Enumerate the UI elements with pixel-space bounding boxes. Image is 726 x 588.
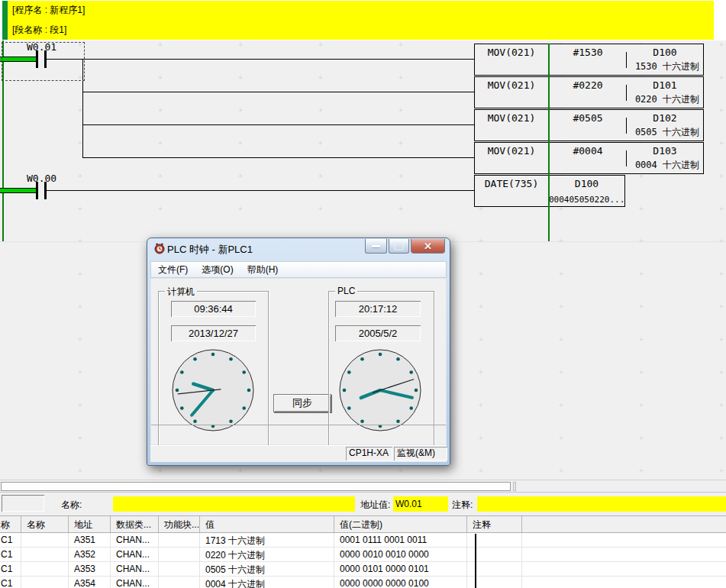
mov-instruction-block[interactable]: MOV(021)#1530D1001530 十六进制 — [474, 44, 704, 76]
plc-analog-clock — [337, 347, 423, 433]
plc-clock-dialog[interactable]: PLC 时钟 - 新PLC1 ✕ 文件(F) 选项(O) 帮助(H) 计算机 0… — [147, 237, 450, 466]
date-instruction-block[interactable]: DATE(735)D100000405050220... — [474, 175, 625, 207]
table-cell-name — [21, 533, 69, 548]
table-cell-datatype: CHAN... — [111, 577, 159, 588]
clock-app-icon — [153, 242, 166, 254]
grid-plus-mark: + — [639, 467, 644, 475]
table-cell-filler — [522, 548, 726, 562]
mov-instruction-block[interactable]: MOV(021)#0220D1010220 十六进制 — [474, 76, 704, 108]
grid-plus-mark: + — [479, 402, 483, 409]
name-field[interactable] — [113, 496, 355, 512]
close-button[interactable]: ✕ — [411, 239, 445, 254]
column-header[interactable]: 地址 — [69, 516, 111, 532]
mov-instruction-block[interactable]: MOV(021)#0004D1030004 十六进制 — [474, 142, 704, 174]
mov-instruction-block[interactable]: MOV(021)#0505D1020505 十六进制 — [474, 109, 704, 141]
horizontal-scrollbar[interactable] — [1, 482, 511, 491]
operand-cell: #0004D1030004 十六进制 — [549, 143, 703, 173]
grid-plus-mark: + — [719, 435, 724, 442]
branch-wire — [82, 157, 474, 158]
grid-plus-mark: + — [639, 205, 644, 213]
grid-plus-mark: + — [719, 41, 724, 49]
grid-plus-mark: + — [479, 435, 483, 442]
grid-plus-mark: + — [639, 303, 644, 311]
address-field[interactable]: W0.01 — [393, 496, 448, 512]
column-header[interactable]: 值 — [200, 516, 334, 532]
operand-2: D101 — [627, 79, 703, 91]
power-flow-line — [548, 44, 550, 241]
grid-plus-mark: + — [158, 140, 163, 147]
table-cell-address: A354 — [69, 577, 111, 588]
grid-plus-mark: + — [719, 402, 724, 409]
column-header[interactable]: 功能块... — [159, 516, 200, 532]
grid-plus-mark: + — [719, 303, 724, 311]
grid-plus-mark: + — [318, 41, 323, 49]
grid-plus-mark: + — [479, 270, 483, 278]
grid-plus-mark: + — [78, 402, 82, 409]
grid-plus-mark: + — [158, 205, 163, 213]
table-cell-plc: C1 — [0, 533, 21, 548]
comment-field[interactable] — [477, 496, 726, 512]
grid-plus-mark: + — [559, 467, 563, 475]
operand-cell: D100000405050220... — [549, 176, 624, 206]
cx-programmer-screen: ++++++++++++++++++++++++++++++++++++++++… — [0, 0, 726, 588]
table-cell-filler — [522, 562, 726, 577]
table-cell-name — [21, 577, 69, 588]
menu-help[interactable]: 帮助(H) — [240, 262, 286, 278]
table-row[interactable]: C1A354CHAN...0004 十六进制0000 0000 0000 010… — [0, 577, 726, 588]
branch-wire — [82, 124, 474, 125]
maximize-button[interactable] — [389, 239, 409, 254]
edit-caret — [475, 534, 476, 588]
grid-plus-mark: + — [78, 467, 82, 475]
table-cell-value: 0505 十六进制 — [200, 562, 334, 577]
minimize-button[interactable] — [365, 239, 387, 254]
grid-plus-mark: + — [398, 467, 403, 475]
operand-cell: #0220D1010220 十六进制 — [549, 77, 703, 108]
table-cell-datatype: CHAN... — [111, 562, 159, 577]
rung-number-bar — [2, 1, 8, 40]
watch-selector-box[interactable] — [2, 495, 44, 512]
pane-splitter[interactable] — [513, 482, 516, 491]
grid-plus-mark: + — [719, 140, 724, 147]
table-cell-value: 0004 十六进制 — [200, 577, 334, 588]
grid-plus-mark: + — [639, 336, 644, 344]
table-cell-plc: C1 — [0, 577, 21, 588]
rung-banner: [程序名 : 新程序1] [段名称 : 段1] — [0, 0, 726, 40]
menu-options[interactable]: 选项(O) — [195, 262, 240, 278]
grid-plus-mark: + — [559, 435, 563, 442]
contact-label-w000[interactable]: W0.00 — [27, 173, 56, 184]
table-cell-value: 1713 十六进制 — [200, 533, 334, 548]
column-header[interactable]: 注释 — [467, 516, 522, 532]
grid-plus-mark: + — [639, 402, 644, 409]
computer-group-label: 计算机 — [165, 286, 197, 299]
window-buttons: ✕ — [365, 239, 445, 254]
table-cell-name — [21, 562, 69, 577]
grid-plus-mark: + — [78, 369, 82, 376]
instruction-mnemonic: DATE(735) — [475, 176, 549, 206]
close-icon: ✕ — [424, 241, 432, 252]
contact-bar — [44, 182, 47, 199]
grid-plus-mark: + — [398, 107, 403, 115]
instruction-mnemonic: MOV(021) — [475, 110, 549, 141]
column-header[interactable]: 数据类... — [111, 516, 159, 532]
column-header[interactable]: 值(二进制) — [334, 516, 467, 532]
table-row[interactable]: C1A351CHAN...1713 十六进制0001 0111 0001 001… — [0, 533, 726, 548]
table-row[interactable]: C1A352CHAN...0220 十六进制0000 0010 0010 000… — [0, 548, 726, 562]
grid-plus-mark: + — [559, 369, 563, 376]
scrollbar-strip — [0, 480, 726, 493]
column-header[interactable]: 名称 — [21, 516, 69, 532]
table-row[interactable]: C1A353CHAN...0505 十六进制0000 0101 0000 010… — [0, 562, 726, 577]
table-cell-address: A352 — [69, 548, 111, 562]
watch-table[interactable]: 称名称地址数据类...功能块...值值(二进制)注释C1A351CHAN...1… — [0, 515, 726, 588]
operand-1: #0220 — [549, 79, 627, 91]
operand-cell: #0505D1020505 十六进制 — [549, 110, 703, 141]
grid-plus-mark: + — [719, 467, 724, 475]
dialog-client-area: 计算机 09:36:44 2013/12/27 同步 PLC 20:17:12 … — [150, 278, 447, 445]
name-label: 名称: — [61, 499, 82, 512]
menu-file[interactable]: 文件(F) — [151, 262, 195, 278]
plc-date-display: 2005/5/2 — [335, 325, 421, 341]
operand-divider-tick — [626, 85, 627, 101]
sync-button[interactable]: 同步 — [273, 394, 331, 412]
column-header[interactable]: 称 — [0, 516, 21, 532]
grid-plus-mark: + — [479, 369, 483, 376]
grid-plus-mark: + — [238, 74, 243, 82]
